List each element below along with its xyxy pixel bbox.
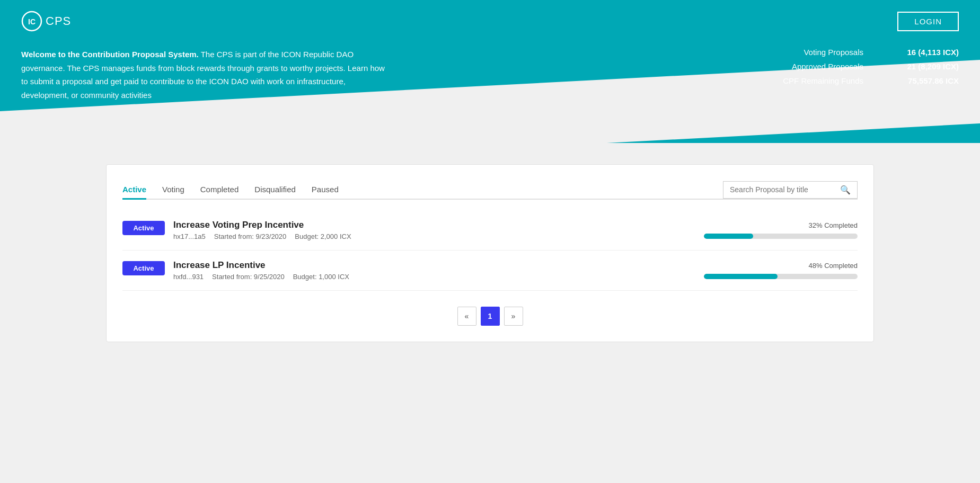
proposal-info-2: Increase LP Incentive hxfd...931 Started… bbox=[173, 260, 349, 281]
pagination: « 1 » bbox=[122, 307, 858, 326]
header: IC CPS LOGIN Welcome to the Contribution… bbox=[0, 0, 980, 143]
search-icon: 🔍 bbox=[840, 185, 851, 195]
logo-text: CPS bbox=[46, 14, 71, 28]
stat-cpf-value: 75,557.86 ICX bbox=[874, 76, 959, 85]
tabs-list: Active Voting Completed Disqualified Pau… bbox=[122, 181, 339, 199]
stat-cpf-label: CPF Remaining Funds bbox=[783, 76, 863, 85]
progress-bar-fill-2 bbox=[704, 274, 778, 279]
proposal-meta-2: hxfd...931 Started from: 9/25/2020 Budge… bbox=[173, 273, 349, 281]
stat-approved-value: 21 (8,209 ICX) bbox=[874, 62, 959, 71]
pagination-next[interactable]: » bbox=[504, 307, 523, 326]
proposal-address-1: hx17...1a5 bbox=[173, 232, 206, 240]
tab-voting[interactable]: Voting bbox=[162, 181, 184, 200]
proposal-right-2: 48% Completed bbox=[699, 262, 858, 279]
proposal-title-1: Increase Voting Prep Incentive bbox=[173, 220, 351, 230]
proposal-left-2: Active Increase LP Incentive hxfd...931 … bbox=[122, 260, 349, 281]
stat-approved-label: Approved Proposals bbox=[792, 62, 863, 71]
progress-bar-fill-1 bbox=[704, 234, 753, 239]
proposal-left-1: Active Increase Voting Prep Incentive hx… bbox=[122, 220, 351, 240]
welcome-bold: Welcome to the Contribution Proposal Sys… bbox=[21, 50, 199, 59]
stat-voting-value: 16 (4,113 ICX) bbox=[874, 48, 959, 57]
proposal-address-2: hxfd...931 bbox=[173, 273, 204, 281]
svg-text:IC: IC bbox=[28, 17, 36, 26]
tab-completed[interactable]: Completed bbox=[200, 181, 239, 200]
pagination-prev[interactable]: « bbox=[457, 307, 476, 326]
proposal-started-1: Started from: 9/23/2020 bbox=[214, 232, 287, 240]
tabs-bar: Active Voting Completed Disqualified Pau… bbox=[122, 181, 858, 200]
proposal-item[interactable]: Active Increase Voting Prep Incentive hx… bbox=[122, 210, 858, 251]
logo-icon: IC bbox=[21, 11, 42, 32]
proposal-meta-1: hx17...1a5 Started from: 9/23/2020 Budge… bbox=[173, 232, 351, 240]
proposal-item[interactable]: Active Increase LP Incentive hxfd...931 … bbox=[122, 251, 858, 291]
stat-voting-label: Voting Proposals bbox=[804, 48, 863, 57]
stat-approved-proposals: Approved Proposals 21 (8,209 ICX) bbox=[773, 62, 959, 71]
proposal-info-1: Increase Voting Prep Incentive hx17...1a… bbox=[173, 220, 351, 240]
status-badge-1: Active bbox=[122, 221, 165, 235]
search-input[interactable] bbox=[730, 185, 836, 194]
proposal-title-2: Increase LP Incentive bbox=[173, 260, 349, 271]
welcome-section: Welcome to the Contribution Proposal Sys… bbox=[21, 48, 392, 102]
status-badge-2: Active bbox=[122, 261, 165, 275]
stat-voting-proposals: Voting Proposals 16 (4,113 ICX) bbox=[773, 48, 959, 57]
progress-label-1: 32% Completed bbox=[809, 221, 858, 229]
proposals-card: Active Voting Completed Disqualified Pau… bbox=[106, 164, 874, 342]
progress-bar-bg-1 bbox=[704, 234, 858, 239]
proposal-budget-2: Budget: 1,000 ICX bbox=[293, 273, 349, 281]
login-button[interactable]: LOGIN bbox=[897, 12, 959, 31]
proposal-budget-1: Budget: 2,000 ICX bbox=[295, 232, 351, 240]
stat-cpf-funds: CPF Remaining Funds 75,557.86 ICX bbox=[773, 76, 959, 85]
tab-active[interactable]: Active bbox=[122, 181, 146, 200]
proposal-started-2: Started from: 9/25/2020 bbox=[212, 273, 285, 281]
pagination-page-1[interactable]: 1 bbox=[481, 307, 500, 326]
tab-paused[interactable]: Paused bbox=[312, 181, 339, 200]
logo: IC CPS bbox=[21, 11, 71, 32]
progress-bar-bg-2 bbox=[704, 274, 858, 279]
proposal-right-1: 32% Completed bbox=[699, 221, 858, 239]
main-content: Active Voting Completed Disqualified Pau… bbox=[0, 143, 980, 363]
tab-disqualified[interactable]: Disqualified bbox=[254, 181, 296, 200]
progress-label-2: 48% Completed bbox=[809, 262, 858, 270]
stats-panel: Voting Proposals 16 (4,113 ICX) Approved… bbox=[773, 48, 959, 85]
search-container: 🔍 bbox=[723, 181, 858, 199]
